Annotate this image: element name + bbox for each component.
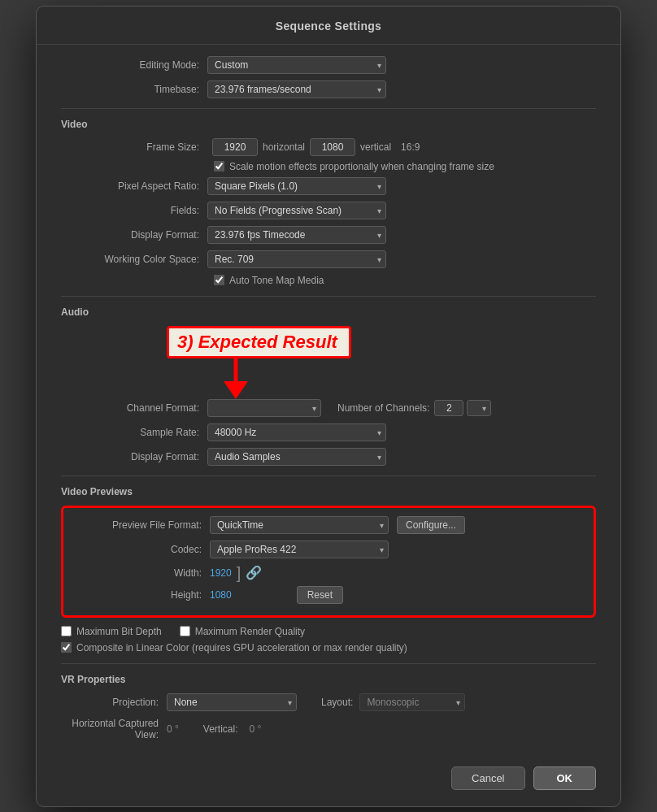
working-color-label: Working Color Space: <box>61 254 207 265</box>
sample-rate-row: Sample Rate: 48000 Hz <box>61 423 596 441</box>
preview-height-value: 1080 <box>210 589 232 601</box>
sequence-settings-dialog: Sequence Settings Editing Mode: Custom T… <box>36 6 621 807</box>
fields-row: Fields: No Fields (Progressive Scan) <box>61 202 596 219</box>
composite-linear-row: Composite in Linear Color (requires GPU … <box>61 642 596 654</box>
num-channels-select-wrapper[interactable] <box>467 400 491 416</box>
projection-label: Projection: <box>61 697 167 708</box>
sample-rate-label: Sample Rate: <box>61 427 207 438</box>
preview-width-row: Width: 1920 ] 🔗 <box>63 565 585 581</box>
preview-file-format-select[interactable]: QuickTime <box>210 516 389 534</box>
vertical-value: 0 ° <box>250 723 262 735</box>
codec-row: Codec: Apple ProRes 422 <box>63 541 585 558</box>
scale-checkbox-row: Scale motion effects proportionally when… <box>214 161 596 172</box>
annotation-wrapper: 3) Expected Result <box>167 326 657 358</box>
annotation-text: 3) Expected Result <box>177 332 337 352</box>
sample-rate-select[interactable]: 48000 Hz <box>207 423 386 441</box>
preview-width-value: 1920 <box>210 567 232 579</box>
preview-file-format-row: Preview File Format: QuickTime Configure… <box>63 516 585 534</box>
fields-label: Fields: <box>61 205 207 216</box>
codec-select-wrapper[interactable]: Apple ProRes 422 <box>210 541 389 558</box>
layout-group: Layout: Monoscopic <box>321 693 465 711</box>
channel-format-label: Channel Format: <box>61 402 207 414</box>
timebase-row: Timebase: 23.976 frames/second <box>61 80 596 98</box>
preview-highlight-box: Preview File Format: QuickTime Configure… <box>61 506 596 618</box>
display-format-row: Display Format: 23.976 fps Timecode <box>61 226 596 244</box>
vr-section: VR Properties Projection: None Layout: M… <box>61 674 596 740</box>
scale-checkbox[interactable] <box>214 161 224 172</box>
layout-select-wrapper[interactable]: Monoscopic <box>359 693 465 711</box>
num-channels-select[interactable] <box>467 400 491 416</box>
auto-tone-checkbox[interactable] <box>214 275 224 285</box>
bracket-icon: ] <box>237 565 241 581</box>
layout-label: Layout: <box>321 697 353 708</box>
codec-label: Codec: <box>63 544 210 555</box>
footer: Cancel OK <box>37 750 620 790</box>
frame-height-input[interactable] <box>310 138 355 156</box>
pixel-aspect-select[interactable]: Square Pixels (1.0) <box>207 177 386 195</box>
preview-height-label: Height: <box>63 589 210 601</box>
vr-section-title: VR Properties <box>61 674 596 685</box>
working-color-select[interactable]: Rec. 709 <box>207 250 386 268</box>
editing-mode-select[interactable]: Custom <box>207 56 386 74</box>
frame-size-label: Frame Size: <box>61 141 207 153</box>
svg-marker-1 <box>224 381 248 399</box>
annotation-arrow <box>220 358 252 399</box>
channel-format-select-wrapper[interactable] <box>207 399 321 417</box>
horizontal-label: horizontal <box>263 141 305 153</box>
pixel-aspect-label: Pixel Aspect Ratio: <box>61 180 207 192</box>
timebase-select[interactable]: 23.976 frames/second <box>207 80 386 98</box>
pixel-aspect-row: Pixel Aspect Ratio: Square Pixels (1.0) <box>61 177 596 195</box>
video-section: Video Frame Size: horizontal vertical 16… <box>61 119 596 286</box>
video-previews-section: Video Previews Preview File Format: Quic… <box>61 486 596 654</box>
num-channels-label: Number of Channels: <box>337 402 429 414</box>
max-render-quality-checkbox[interactable] <box>180 626 190 636</box>
fields-select[interactable]: No Fields (Progressive Scan) <box>207 202 386 219</box>
channel-format-row: Channel Format: Number of Channels: <box>61 399 596 417</box>
reset-button[interactable]: Reset <box>297 586 343 604</box>
layout-select[interactable]: Monoscopic <box>359 693 465 711</box>
channel-format-select[interactable] <box>207 399 321 417</box>
num-channels-input[interactable] <box>434 400 463 416</box>
horizontal-captured-value: 0 ° <box>167 723 179 735</box>
display-format-select-wrapper[interactable]: 23.976 fps Timecode <box>207 226 386 244</box>
frame-width-input[interactable] <box>212 138 258 156</box>
vr-projection-row: Projection: None Layout: Monoscopic <box>61 693 596 711</box>
projection-select[interactable]: None <box>167 693 297 711</box>
aspect-ratio: 16:9 <box>401 141 420 153</box>
working-color-select-wrapper[interactable]: Rec. 709 <box>207 250 386 268</box>
frame-size-row: Frame Size: horizontal vertical 16:9 <box>61 138 596 156</box>
vertical-label: vertical <box>360 141 391 153</box>
horizontal-captured-label: Horizontal Captured View: <box>61 718 167 740</box>
max-bit-depth-label: Maximum Bit Depth <box>76 626 162 637</box>
preview-height-row: Height: 1080 Reset <box>63 586 585 604</box>
composite-linear-label: Composite in Linear Color (requires GPU … <box>76 642 407 654</box>
cancel-button[interactable]: Cancel <box>451 766 524 790</box>
pixel-aspect-select-wrapper[interactable]: Square Pixels (1.0) <box>207 177 386 195</box>
editing-mode-label: Editing Mode: <box>61 59 207 71</box>
fields-select-wrapper[interactable]: No Fields (Progressive Scan) <box>207 202 386 219</box>
display-format-select[interactable]: 23.976 fps Timecode <box>207 226 386 244</box>
preview-width-label: Width: <box>63 567 210 579</box>
annotation-container: 3) Expected Result <box>61 326 596 399</box>
auto-tone-row: Auto Tone Map Media <box>214 275 596 286</box>
audio-section: Audio 3) Expected Result Channel Format: <box>61 306 596 466</box>
composite-linear-checkbox[interactable] <box>61 642 72 653</box>
audio-section-title: Audio <box>61 306 596 318</box>
projection-select-wrapper[interactable]: None <box>167 693 297 711</box>
configure-button[interactable]: Configure... <box>397 516 465 534</box>
link-icon: 🔗 <box>246 565 262 580</box>
audio-display-select[interactable]: Audio Samples <box>207 448 386 466</box>
audio-display-row: Display Format: Audio Samples <box>61 448 596 466</box>
preview-file-format-select-wrapper[interactable]: QuickTime <box>210 516 389 534</box>
video-previews-title: Video Previews <box>61 486 596 497</box>
sample-rate-select-wrapper[interactable]: 48000 Hz <box>207 423 386 441</box>
vr-captured-row: Horizontal Captured View: 0 ° Vertical: … <box>61 718 596 740</box>
auto-tone-label: Auto Tone Map Media <box>229 275 324 286</box>
max-bit-depth-checkbox[interactable] <box>61 626 72 636</box>
timebase-select-wrapper[interactable]: 23.976 frames/second <box>207 80 386 98</box>
codec-select[interactable]: Apple ProRes 422 <box>210 541 389 558</box>
editing-mode-select-wrapper[interactable]: Custom <box>207 56 386 74</box>
audio-display-select-wrapper[interactable]: Audio Samples <box>207 448 386 466</box>
scale-label: Scale motion effects proportionally when… <box>229 161 494 172</box>
ok-button[interactable]: OK <box>533 766 597 790</box>
